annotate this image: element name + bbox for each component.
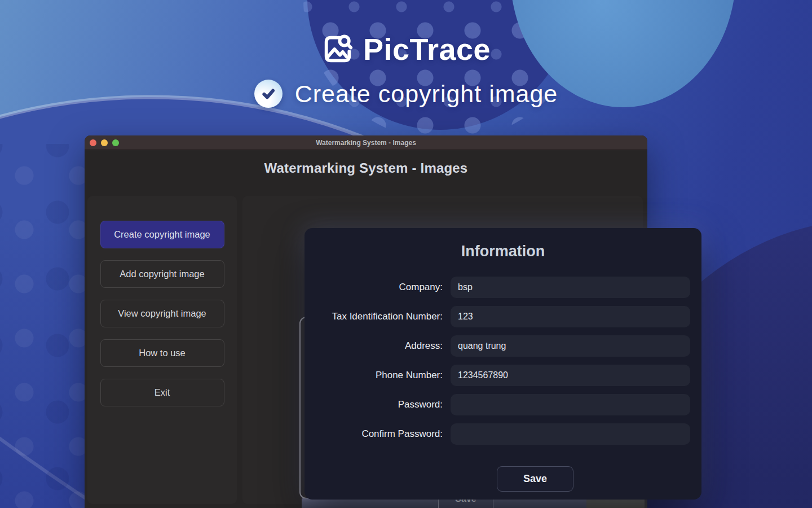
window-titlebar[interactable]: Watermarking System - Images: [85, 135, 647, 150]
background-form-band-notch: [645, 500, 647, 508]
tax-id-input[interactable]: [451, 306, 690, 327]
save-button[interactable]: Save: [497, 466, 573, 492]
information-dialog: Information Company: Tax Identification …: [304, 228, 701, 500]
subtitle-row: Create copyright image: [0, 78, 812, 110]
confirm-password-input[interactable]: [451, 423, 690, 445]
form-row: Password:: [304, 394, 701, 415]
dialog-title: Information: [304, 243, 701, 260]
address-input[interactable]: [451, 335, 690, 357]
sidebar-item-exit[interactable]: Exit: [100, 379, 224, 406]
window-heading: Watermarking System - Images: [85, 160, 647, 176]
sidebar-item-create-copyright-image[interactable]: Create copyright image: [100, 221, 224, 248]
sidebar-item-view-copyright-image[interactable]: View copyright image: [100, 300, 224, 327]
sidebar-item-how-to-use[interactable]: How to use: [100, 339, 224, 367]
sidebar-item-add-copyright-image[interactable]: Add copyright image: [100, 260, 224, 288]
password-label: Password:: [312, 399, 451, 410]
sidebar: Create copyright image Add copyright ima…: [87, 196, 237, 504]
phone-label: Phone Number:: [312, 370, 451, 381]
company-label: Company:: [312, 282, 451, 293]
minimize-button[interactable]: [101, 139, 108, 146]
tax-id-label: Tax Identification Number:: [312, 311, 451, 322]
form-row: Tax Identification Number:: [304, 306, 701, 327]
company-input[interactable]: [451, 277, 690, 298]
phone-input[interactable]: [451, 365, 690, 386]
close-button[interactable]: [90, 139, 96, 146]
check-icon: [254, 80, 283, 108]
page-subtitle: Create copyright image: [295, 80, 558, 108]
form-row: Address:: [304, 335, 701, 357]
form-row: Company:: [304, 277, 701, 298]
traffic-lights: [90, 135, 119, 150]
information-form: Company: Tax Identification Number: Addr…: [304, 277, 701, 445]
titlebar-title: Watermarking System - Images: [85, 139, 647, 147]
background-form-band-segment: [586, 500, 645, 508]
brand-title: PicTrace: [363, 32, 491, 67]
brand-row: PicTrace: [0, 29, 812, 69]
pictrace-logo-icon: [321, 33, 354, 65]
confirm-password-label: Confirm Password:: [312, 428, 451, 440]
address-label: Address:: [312, 340, 451, 352]
password-input[interactable]: [451, 394, 690, 415]
form-row: Phone Number:: [304, 365, 701, 386]
zoom-button[interactable]: [112, 139, 119, 146]
form-row: Confirm Password:: [304, 423, 701, 445]
